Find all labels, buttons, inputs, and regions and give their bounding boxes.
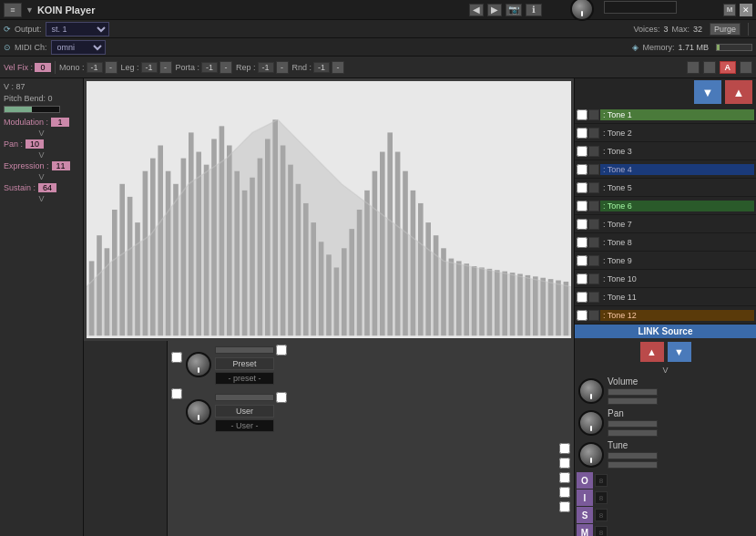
tone-2-btn[interactable] <box>588 128 599 139</box>
tone-6-name[interactable]: : Tone 6 <box>600 201 754 211</box>
tone-5-btn[interactable] <box>588 182 599 193</box>
tone-4-name[interactable]: : Tone 4 <box>600 164 754 175</box>
tune-knob[interactable] <box>570 0 594 21</box>
preset-label-btn[interactable]: Preset <box>215 357 274 370</box>
link-source-area: LINK Source ▲ ▼ V Volume <box>575 325 756 536</box>
tone-7-btn[interactable] <box>588 219 599 230</box>
volume-slider-2[interactable] <box>608 397 658 405</box>
tone-9-check[interactable] <box>577 255 587 266</box>
pan-slider[interactable] <box>608 420 658 428</box>
i-btn[interactable]: I <box>577 490 593 506</box>
menu-icon[interactable]: ≡ <box>4 3 22 17</box>
tone-1-check[interactable] <box>577 109 587 120</box>
tone-3-name[interactable]: : Tone 3 <box>600 146 754 157</box>
preset-knob[interactable] <box>186 352 211 377</box>
leg-dec[interactable]: - <box>159 61 172 74</box>
pitch-bend-label: Pitch Bend: 0 <box>4 94 79 103</box>
dropdown-arrow[interactable]: ▼ <box>26 5 34 15</box>
mono-value: -1 <box>87 62 103 73</box>
user-cb-2[interactable] <box>276 392 287 403</box>
tone-1-btn[interactable] <box>588 109 599 120</box>
m-button[interactable]: M <box>723 4 736 16</box>
vel-fix-value: 0 <box>35 63 51 72</box>
next-btn[interactable]: ▶ <box>487 4 502 16</box>
rep-dec[interactable]: - <box>276 61 289 74</box>
tune-slider-2[interactable] <box>608 461 658 469</box>
tone-5-check[interactable] <box>577 182 587 193</box>
tone-11-btn[interactable] <box>588 292 599 303</box>
pan-slider-2[interactable] <box>608 429 658 437</box>
tone-4-check[interactable] <box>577 164 587 175</box>
tone-8-btn[interactable] <box>588 237 599 248</box>
controls-bar: Vel Fix : 0 Mono : -1 - Leg : -1 - Porta… <box>0 57 756 78</box>
link-source-header[interactable]: LINK Source <box>575 325 756 338</box>
user-slider[interactable] <box>215 394 274 401</box>
tone-12-btn[interactable] <box>588 310 599 321</box>
output-select[interactable]: st. 1 <box>46 22 109 36</box>
tone-9-name[interactable]: : Tone 9 <box>600 255 754 266</box>
tone-6-check[interactable] <box>577 201 587 211</box>
extra-cb-1[interactable] <box>559 443 570 454</box>
leg-value: -1 <box>141 62 158 73</box>
extra-cb-4[interactable] <box>559 487 570 498</box>
m-oism-btn[interactable]: M <box>577 524 593 536</box>
tone-10-name[interactable]: : Tone 10 <box>600 273 754 284</box>
user-checkbox[interactable] <box>171 388 182 399</box>
tone-12-check[interactable] <box>577 310 587 321</box>
tone-1-name[interactable]: : Tone 1 <box>600 109 754 120</box>
camera-btn[interactable]: 📷 <box>506 4 522 16</box>
tone-5-name[interactable]: : Tone 5 <box>600 182 754 193</box>
a-btn[interactable]: A <box>720 61 737 74</box>
pan-knob[interactable] <box>578 410 604 436</box>
tone-11-check[interactable] <box>577 292 587 303</box>
extra-cb-3[interactable] <box>559 472 570 483</box>
tone-10-check[interactable] <box>577 273 587 284</box>
link-up-arrow[interactable]: ▲ <box>640 342 664 362</box>
o-btn[interactable]: O <box>577 472 593 489</box>
link-tune-knob[interactable] <box>578 442 604 468</box>
tone-8-name[interactable]: : Tone 8 <box>600 237 754 248</box>
nav-down-btn[interactable]: ▼ <box>694 80 721 104</box>
porta-dec[interactable]: - <box>220 61 232 74</box>
tone-4-btn[interactable] <box>588 164 599 175</box>
tone-11-name[interactable]: : Tone 11 <box>600 292 754 303</box>
volume-slider[interactable] <box>608 388 658 396</box>
max-value: 32 <box>693 25 702 34</box>
purge-btn[interactable]: Purge <box>710 23 741 36</box>
user-knob[interactable] <box>186 399 211 425</box>
user-label-btn[interactable]: User <box>215 405 274 417</box>
info-btn[interactable]: ℹ <box>526 4 542 16</box>
tune-slider[interactable] <box>608 452 658 459</box>
close-btn[interactable]: ✕ <box>740 4 752 16</box>
preset-checkbox[interactable] <box>171 352 182 363</box>
extra-cb-2[interactable] <box>559 458 570 469</box>
volume-knob[interactable] <box>578 378 604 404</box>
tone-7-name[interactable]: : Tone 7 <box>600 219 754 230</box>
tone-row-3: : Tone 3 <box>575 142 756 160</box>
s-oism-btn[interactable]: S <box>577 507 593 523</box>
o-8-indicator: 8 <box>595 474 608 487</box>
pitch-bend-bar[interactable] <box>4 106 60 113</box>
tone-7-check[interactable] <box>577 219 587 230</box>
preset-slider[interactable] <box>215 346 274 354</box>
rnd-dec[interactable]: - <box>332 61 344 74</box>
oism-section: O 8 I 8 S 8 M 8 <box>575 470 756 536</box>
preset-cb-2[interactable] <box>276 345 287 356</box>
nav-up-btn[interactable]: ▲ <box>725 80 752 104</box>
tone-2-name[interactable]: : Tone 2 <box>600 128 754 139</box>
extra-cb-5[interactable] <box>559 501 570 512</box>
mono-dec[interactable]: - <box>105 61 117 74</box>
tone-9-btn[interactable] <box>588 255 599 266</box>
tone-10-btn[interactable] <box>588 273 599 284</box>
tone-2-check[interactable] <box>577 128 587 139</box>
tone-8-check[interactable] <box>577 237 587 248</box>
tone-3-check[interactable] <box>577 146 587 157</box>
right-display-2 <box>604 1 677 14</box>
prev-btn[interactable]: ◀ <box>469 4 484 16</box>
link-down-arrow[interactable]: ▼ <box>668 342 691 362</box>
tone-3-btn[interactable] <box>588 146 599 157</box>
tone-12-name[interactable]: : Tone 12 <box>600 310 754 321</box>
tone-6-btn[interactable] <box>588 201 599 211</box>
midi-select[interactable]: omni <box>51 40 106 55</box>
left-sidebar: V : 87 Pitch Bend: 0 Modulation : 1 V Pa… <box>0 78 84 536</box>
